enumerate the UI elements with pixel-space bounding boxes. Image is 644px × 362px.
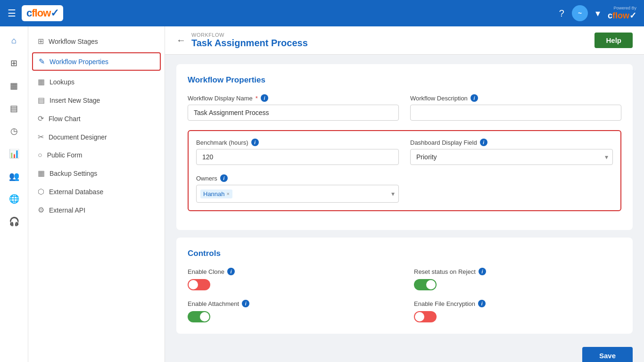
display-name-info-icon[interactable]: i <box>261 94 268 102</box>
display-name-label: Workflow Display Name * i <box>188 94 399 102</box>
section-title-workflow-props: Workflow Properties <box>188 75 621 85</box>
display-name-input[interactable] <box>188 105 399 121</box>
left-navigation: ⊞ Workflow Stages ✎ Workflow Properties … <box>28 26 165 362</box>
sidebar-icon-headset[interactable]: 🎧 <box>4 211 25 232</box>
sidebar-icon-grid[interactable]: ⊞ <box>4 53 25 74</box>
enable-attachment-toggle[interactable] <box>188 311 210 322</box>
owner-tag-remove[interactable]: × <box>227 191 230 197</box>
sidebar-item-lookups[interactable]: ▦ Lookups <box>28 73 165 91</box>
description-input[interactable] <box>410 105 621 121</box>
reset-status-toggle[interactable] <box>414 279 437 290</box>
sidebar-icon-home[interactable]: ⌂ <box>4 30 25 51</box>
sidebar-item-flow-chart[interactable]: ⟳ Flow Chart <box>28 109 165 128</box>
sidebar-label-public-form: Public Form <box>47 151 83 159</box>
save-row: Save <box>176 341 633 362</box>
sidebar-item-workflow-stages[interactable]: ⊞ Workflow Stages <box>28 32 165 50</box>
enable-clone-toggle[interactable] <box>188 279 210 290</box>
hamburger-icon[interactable]: ☰ <box>8 8 16 19</box>
owners-label: Owners i <box>196 174 399 182</box>
enable-file-enc-info-icon[interactable]: i <box>478 300 486 307</box>
enable-clone-info-icon[interactable]: i <box>227 268 235 275</box>
back-arrow-icon[interactable]: ← <box>176 35 186 46</box>
sidebar-item-external-api[interactable]: ⚙ External API <box>28 201 165 219</box>
flow-chart-icon: ⟳ <box>38 114 44 123</box>
owner-tag-label: Hannah <box>203 190 225 197</box>
sidebar-icon-history[interactable]: ◷ <box>4 121 25 141</box>
sidebar-label-insert-new-stage: Insert New Stage <box>50 97 100 104</box>
description-label: Workflow Description i <box>410 94 621 102</box>
sidebar-label-flow-chart: Flow Chart <box>49 115 81 123</box>
avatar[interactable]: ~ <box>572 5 588 21</box>
backup-settings-icon: ▦ <box>38 169 45 178</box>
owner-tag-hannah: Hannah × <box>200 189 232 198</box>
form-group-benchmark: Benchmark (hours) i <box>196 139 399 165</box>
sidebar-label-document-designer: Document Designer <box>49 133 107 141</box>
sidebar-icon-reports[interactable]: 📊 <box>4 143 25 164</box>
reset-status-info-icon[interactable]: i <box>479 268 486 275</box>
sidebar-label-external-api: External API <box>49 206 85 214</box>
workflow-properties-card: Workflow Properties Workflow Display Nam… <box>176 64 633 230</box>
form-row-names: Workflow Display Name * i Workflow Descr… <box>188 94 621 121</box>
lookups-icon: ▦ <box>38 77 45 86</box>
enable-attachment-knob <box>200 312 209 321</box>
sidebar-item-document-designer[interactable]: ✂ Document Designer <box>28 128 165 146</box>
breadcrumb-label: WORKFLOW <box>191 32 308 38</box>
sidebar-label-backup-settings: Backup Settings <box>50 170 97 177</box>
public-form-icon: ○ <box>38 151 42 159</box>
workflow-stages-icon: ⊞ <box>38 37 44 46</box>
sidebar-label-external-database: External Database <box>49 188 103 196</box>
highlight-box: Benchmark (hours) i Dashboard Display Fi… <box>188 130 621 211</box>
description-info-icon[interactable]: i <box>471 94 478 102</box>
control-reset-status: Reset status on Reject i <box>414 268 621 290</box>
avatar-initials: ~ <box>578 9 582 17</box>
enable-file-enc-toggle[interactable] <box>414 311 437 322</box>
enable-clone-knob <box>189 280 198 289</box>
sidebar-icon-users[interactable]: 👥 <box>4 166 25 187</box>
sidebar-icon-calendar[interactable]: ▦ <box>4 75 25 96</box>
dashboard-info-icon[interactable]: i <box>480 139 487 146</box>
controls-card: Controls Enable Clone i <box>176 238 633 334</box>
sidebar-item-external-database[interactable]: ⬡ External Database <box>28 182 165 201</box>
dashboard-select[interactable]: Priority Status Due Date Assignee <box>410 149 613 165</box>
owners-info-icon[interactable]: i <box>220 174 228 182</box>
benchmark-info-icon[interactable]: i <box>251 139 259 146</box>
breadcrumb-header: ← WORKFLOW Task Assignment Process Help <box>165 26 644 55</box>
benchmark-label: Benchmark (hours) i <box>196 139 399 146</box>
form-group-placeholder <box>410 174 613 203</box>
owners-dropdown-arrow[interactable]: ▾ <box>391 190 395 197</box>
form-group-owners: Owners i Hannah × ▾ <box>196 174 399 203</box>
external-db-icon: ⬡ <box>38 187 44 196</box>
sidebar-label-workflow-stages: Workflow Stages <box>49 38 98 45</box>
section-title-controls: Controls <box>188 249 621 258</box>
form-row-owners: Owners i Hannah × ▾ <box>196 174 613 203</box>
reset-status-knob <box>426 280 436 289</box>
content-area: ← WORKFLOW Task Assignment Process Help … <box>165 26 644 362</box>
owners-input-field[interactable] <box>234 190 389 197</box>
icon-sidebar: ⌂ ⊞ ▦ ▤ ◷ 📊 👥 🌐 🎧 <box>0 26 28 362</box>
chevron-down-icon[interactable]: ▾ <box>595 8 600 19</box>
workflow-properties-icon: ✎ <box>39 57 45 66</box>
sidebar-item-public-form[interactable]: ○ Public Form <box>28 146 165 164</box>
enable-attachment-info-icon[interactable]: i <box>242 300 249 307</box>
logo-text: cflow✓ <box>26 7 58 19</box>
logo: cflow✓ <box>22 5 63 21</box>
benchmark-input[interactable] <box>196 149 399 165</box>
save-button[interactable]: Save <box>582 347 633 362</box>
help-button[interactable]: Help <box>594 33 633 48</box>
control-enable-file-encryption: Enable File Encryption i <box>414 300 621 322</box>
breadcrumb-info: WORKFLOW Task Assignment Process <box>191 32 308 49</box>
help-circle-icon[interactable]: ? <box>559 8 564 19</box>
sidebar-item-backup-settings[interactable]: ▦ Backup Settings <box>28 164 165 182</box>
sidebar-icon-inbox[interactable]: ▤ <box>4 98 25 119</box>
dashboard-select-wrapper: Priority Status Due Date Assignee ▾ <box>410 149 613 165</box>
controls-grid: Enable Clone i Reset status on Reject i <box>188 268 621 322</box>
sidebar-label-lookups: Lookups <box>50 78 74 86</box>
sidebar-item-workflow-properties[interactable]: ✎ Workflow Properties <box>32 52 161 71</box>
reset-status-label: Reset status on Reject i <box>414 268 621 275</box>
powered-logo-text: cflow✓ <box>608 10 636 21</box>
powered-by-logo: Powered By cflow✓ <box>608 6 636 21</box>
form-group-dashboard: Dashboard Display Field i Priority Statu… <box>410 139 613 165</box>
sidebar-item-insert-new-stage[interactable]: ▤ Insert New Stage <box>28 91 165 109</box>
owners-tag-input[interactable]: Hannah × ▾ <box>196 185 399 203</box>
sidebar-icon-globe[interactable]: 🌐 <box>4 189 25 209</box>
